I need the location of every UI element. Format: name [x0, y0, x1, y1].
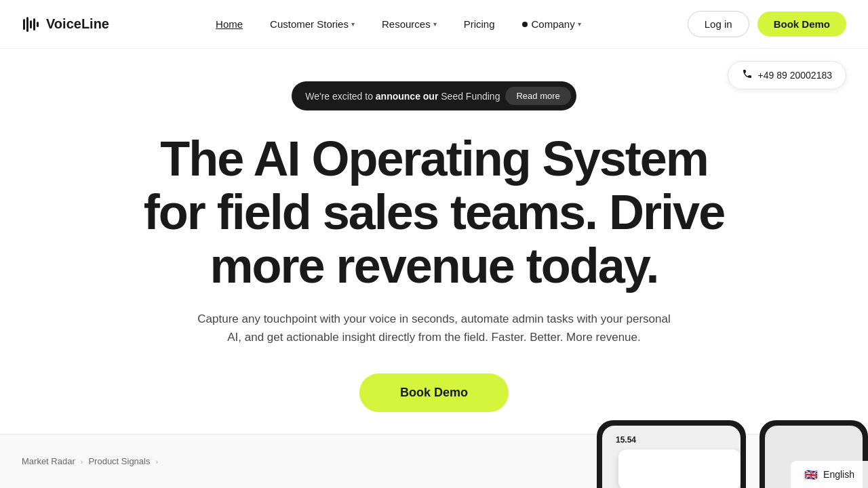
- phone-time: 15.54: [616, 435, 636, 445]
- svg-rect-1: [26, 17, 28, 32]
- chevron-down-icon: ▾: [578, 20, 581, 28]
- chevron-down-icon: ▾: [351, 20, 355, 28]
- nav-company[interactable]: Company ▾: [511, 13, 592, 35]
- hero-subtext: Capture any touchpoint with your voice i…: [197, 310, 671, 346]
- phone-card: [618, 449, 741, 488]
- nav-customer-stories[interactable]: Customer Stories ▾: [259, 13, 366, 35]
- logo-icon: [22, 15, 41, 34]
- login-button[interactable]: Log in: [688, 11, 749, 37]
- nav-resources[interactable]: Resources ▾: [371, 13, 448, 35]
- breadcrumb-chevron-icon: ›: [155, 458, 158, 466]
- breadcrumb: Market Radar › Product Signals ›: [22, 456, 158, 466]
- book-demo-nav-button[interactable]: Book Demo: [757, 12, 846, 37]
- svg-rect-0: [23, 19, 25, 30]
- bottom-preview: Market Radar › Product Signals › 15.54: [0, 434, 868, 488]
- phone-number: +49 89 20002183: [758, 70, 832, 81]
- flag-icon: 🇬🇧: [804, 470, 818, 479]
- svg-rect-2: [30, 20, 32, 28]
- announcement-text: We're excited to announce our Seed Fundi…: [305, 91, 500, 102]
- svg-rect-3: [33, 18, 35, 30]
- nav-right: Log in Book Demo: [688, 11, 846, 37]
- chevron-down-icon: ▾: [433, 20, 437, 28]
- phone-badge[interactable]: +49 89 20002183: [728, 61, 846, 89]
- read-more-button[interactable]: Read more: [505, 87, 570, 105]
- announcement-banner: We're excited to announce our Seed Fundi…: [292, 81, 576, 110]
- svg-rect-4: [37, 22, 39, 27]
- hero-heading: The AI Operating System for field sales …: [129, 132, 739, 293]
- nav-center: Home Customer Stories ▾ Resources ▾ Pric…: [205, 13, 592, 35]
- navbar: VoiceLine Home Customer Stories ▾ Resour…: [0, 0, 868, 49]
- breadcrumb-item-2: Product Signals: [88, 456, 150, 466]
- phone-screen: 15.54: [602, 426, 741, 488]
- language-selector[interactable]: 🇬🇧 English: [791, 461, 868, 488]
- logo-text: VoiceLine: [46, 16, 109, 32]
- nav-pricing[interactable]: Pricing: [453, 13, 506, 35]
- book-demo-hero-button[interactable]: Book Demo: [359, 373, 509, 412]
- logo-link[interactable]: VoiceLine: [22, 15, 109, 34]
- notification-dot: [522, 22, 528, 27]
- breadcrumb-item-1: Market Radar: [22, 456, 75, 466]
- breadcrumb-separator: ›: [81, 458, 83, 466]
- phone-icon: [742, 68, 753, 82]
- language-label: English: [823, 469, 854, 480]
- phone-mockup: 15.54: [597, 420, 746, 488]
- nav-home[interactable]: Home: [205, 13, 254, 35]
